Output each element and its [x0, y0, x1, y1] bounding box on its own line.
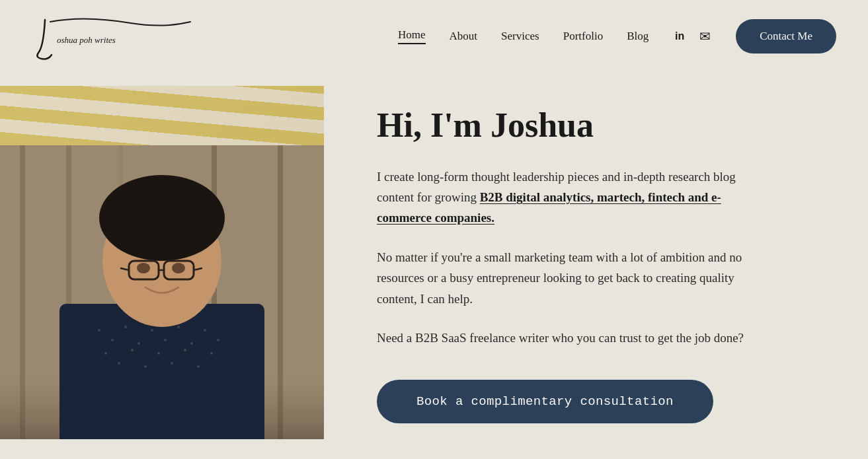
- svg-point-23: [124, 326, 127, 328]
- svg-point-39: [210, 352, 213, 355]
- hero-paragraph-1: I create long-form thought leadership pi…: [377, 166, 747, 229]
- svg-point-20: [172, 263, 185, 273]
- logo[interactable]: oshua poh writes: [32, 10, 217, 63]
- cta-button[interactable]: Book a complimentary consultation: [377, 380, 713, 423]
- hero-photo: [0, 86, 324, 439]
- svg-point-31: [104, 352, 107, 355]
- svg-point-28: [190, 342, 193, 345]
- svg-point-13: [109, 185, 215, 244]
- svg-point-34: [144, 365, 147, 368]
- svg-point-24: [138, 342, 140, 345]
- svg-point-30: [217, 339, 219, 341]
- main-nav: Home About Services Portfolio Blog: [398, 28, 649, 44]
- svg-point-29: [204, 329, 206, 332]
- svg-point-19: [137, 263, 150, 273]
- hero-paragraph-2: No matter if you're a small marketing te…: [377, 247, 747, 309]
- email-icon[interactable]: ✉: [697, 29, 712, 44]
- social-icons: in ✉: [672, 29, 712, 44]
- svg-point-38: [197, 365, 200, 368]
- svg-point-35: [157, 352, 160, 355]
- svg-point-22: [111, 339, 114, 341]
- svg-point-27: [177, 326, 180, 328]
- nav-about[interactable]: About: [450, 30, 478, 43]
- hero-paragraph-3: Need a B2B SaaS freelance writer who you…: [377, 328, 747, 348]
- svg-point-25: [151, 329, 153, 332]
- contact-button[interactable]: Contact Me: [736, 19, 836, 53]
- svg-point-36: [171, 362, 173, 365]
- hero-heading: Hi, I'm Joshua: [377, 106, 747, 145]
- svg-point-32: [118, 362, 120, 365]
- svg-point-37: [184, 349, 186, 351]
- linkedin-icon[interactable]: in: [672, 29, 687, 44]
- svg-point-21: [98, 329, 100, 332]
- svg-point-33: [131, 349, 134, 351]
- nav-right: Home About Services Portfolio Blog in ✉ …: [398, 19, 836, 53]
- profile-image: [0, 86, 324, 439]
- header: oshua poh writes Home About Services Por…: [0, 0, 868, 73]
- nav-portfolio[interactable]: Portfolio: [563, 30, 603, 43]
- nav-home[interactable]: Home: [398, 28, 426, 44]
- svg-point-26: [164, 339, 167, 341]
- nav-services[interactable]: Services: [501, 30, 539, 43]
- hero-text: Hi, I'm Joshua I create long-form though…: [324, 86, 787, 437]
- hero-section: Hi, I'm Joshua I create long-form though…: [0, 73, 868, 459]
- svg-text:oshua poh writes: oshua poh writes: [57, 35, 116, 45]
- nav-blog[interactable]: Blog: [627, 30, 649, 43]
